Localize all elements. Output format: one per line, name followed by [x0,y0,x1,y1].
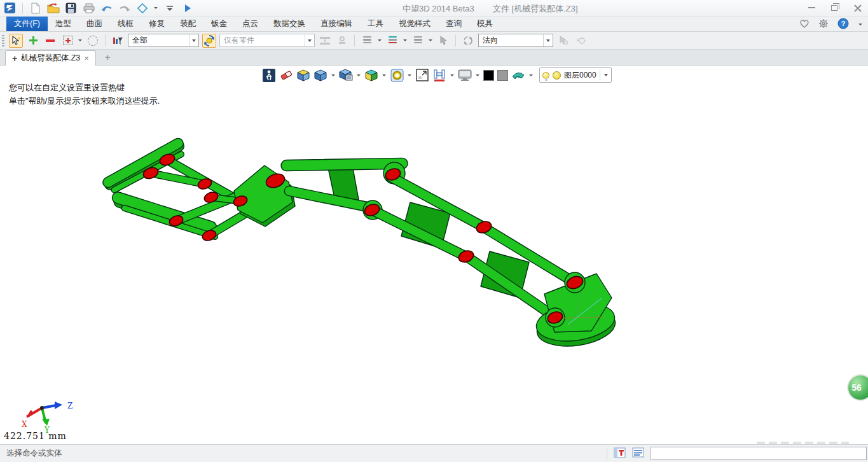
part-filter-caret[interactable] [305,34,314,46]
view-standard-caret[interactable] [153,7,158,9]
document-tab-bar: + 机械臂装配体.Z3 × + [0,50,868,66]
cursor-snap-icon[interactable] [556,34,570,48]
favorite-heart-icon[interactable] [799,19,809,30]
document-tab-label: 机械臂装配体.Z3 [21,53,80,64]
new-document-tab-button[interactable]: + [105,52,111,62]
tab-sheetmetal[interactable]: 钣金 [203,17,235,31]
normal-select[interactable]: 法向 [478,34,553,47]
add-select-icon[interactable] [26,34,40,48]
app-title: 中望3D 2014 Beta3 [403,3,474,15]
document-tab-close-icon[interactable]: × [84,53,89,63]
remove-select-icon[interactable] [43,34,57,48]
measure-distance-icon[interactable] [318,34,332,48]
open-file-icon[interactable] [46,2,60,15]
measure-anchor-icon[interactable] [335,34,349,48]
filter-scope-select[interactable]: 全部 [128,34,199,47]
list-gray-caret[interactable] [377,39,382,41]
tab-data-exchange[interactable]: 数据交换 [266,17,313,31]
status-message: 选择命令或实体 [0,448,607,459]
undo-icon[interactable] [100,2,113,15]
part-filter-select[interactable]: 仅有零件 [219,34,315,47]
normal-value: 法向 [483,35,498,46]
command-list-icon[interactable] [632,447,644,459]
titlebar: 中望3D 2014 Beta3 文件 [机械臂装配体.Z3] [0,0,868,17]
list-stack-caret[interactable] [428,39,433,41]
lasso-select-icon[interactable] [86,34,100,48]
svg-text:?: ? [841,20,846,27]
toolbar-grip[interactable] [2,35,4,46]
filter-scope-caret[interactable] [189,34,198,46]
box-select-caret[interactable] [78,39,83,41]
tab-tools[interactable]: 工具 [360,17,391,31]
part-filter-value: 仅有零件 [224,35,254,46]
print-icon[interactable] [82,2,95,15]
axis-z-label: Z [67,402,72,410]
axis-x-label: X [22,420,27,429]
separator [455,35,456,46]
normal-caret[interactable] [543,34,553,46]
tab-direct-edit[interactable]: 直接编辑 [313,17,360,31]
document-icon: + [12,53,17,64]
play-icon[interactable] [181,2,194,15]
separator [22,3,23,13]
document-title: 文件 [机械臂装配体.Z3] [493,3,578,15]
close-button[interactable] [850,2,864,13]
tab-wireframe[interactable]: 线框 [110,17,141,31]
filter-scope-value: 全部 [132,35,148,46]
tab-pointcloud[interactable]: 点云 [235,17,266,31]
quick-access-toolbar [0,2,194,15]
save-icon[interactable] [64,2,78,15]
document-tab-active[interactable]: + 机械臂装配体.Z3 × [5,50,96,66]
model-viewport[interactable]: 图层0000 您可以在自定义设置里设置热键 单击"帮助/显示提示"按钮来取消这些… [0,66,868,444]
list-colored-icon[interactable] [385,34,399,48]
tab-assembly[interactable]: 装配 [172,17,203,31]
separator [354,35,355,46]
scale-measurement: 422.751 mm [4,431,67,441]
ribbon-tab-bar: 文件(F) 造型 曲面 线框 修复 装配 钣金 点云 数据交换 直接编辑 工具 … [0,17,868,32]
list-stack-icon[interactable] [411,34,425,48]
redo-icon[interactable] [118,2,131,15]
tab-inquire[interactable]: 查询 [438,17,469,31]
separator [105,35,106,46]
selection-toolbar: 全部 仅有零件 法向 [0,32,868,50]
command-input[interactable] [651,447,867,460]
tab-surface[interactable]: 曲面 [79,17,110,31]
restore-button[interactable] [827,2,841,13]
list-colored-caret[interactable] [403,39,408,41]
regen-icon[interactable] [202,34,216,48]
orient-cycle-icon[interactable] [461,34,475,48]
zw3d-logo-icon [3,2,17,15]
tab-mold[interactable]: 模具 [469,17,500,31]
help-icon[interactable]: ? [837,18,849,31]
box-select-icon[interactable] [60,34,74,48]
pick-settings-gear-icon[interactable] [574,34,588,48]
separator [607,447,607,460]
tab-shape[interactable]: 造型 [48,17,79,31]
tab-visual-style[interactable]: 视觉样式 [391,17,438,31]
view-standard-icon[interactable] [135,2,149,15]
input-options-icon[interactable] [614,447,626,460]
filter-icon[interactable] [111,34,125,48]
tab-file[interactable]: 文件(F) [6,17,48,31]
list-gray-icon[interactable] [360,34,374,48]
mechanical-arm-model[interactable] [0,66,868,444]
tab-repair[interactable]: 修复 [141,17,172,31]
pick-arrow-icon[interactable] [9,34,23,48]
help-caret[interactable] [858,24,863,25]
new-document-icon[interactable] [29,2,42,15]
cursor-gray-icon[interactable] [436,34,450,48]
status-bar: 选择命令或实体 [0,444,868,462]
settings-gear-icon[interactable] [818,18,829,31]
minimize-button[interactable] [804,2,818,13]
customize-toolbar-icon[interactable] [163,2,176,15]
